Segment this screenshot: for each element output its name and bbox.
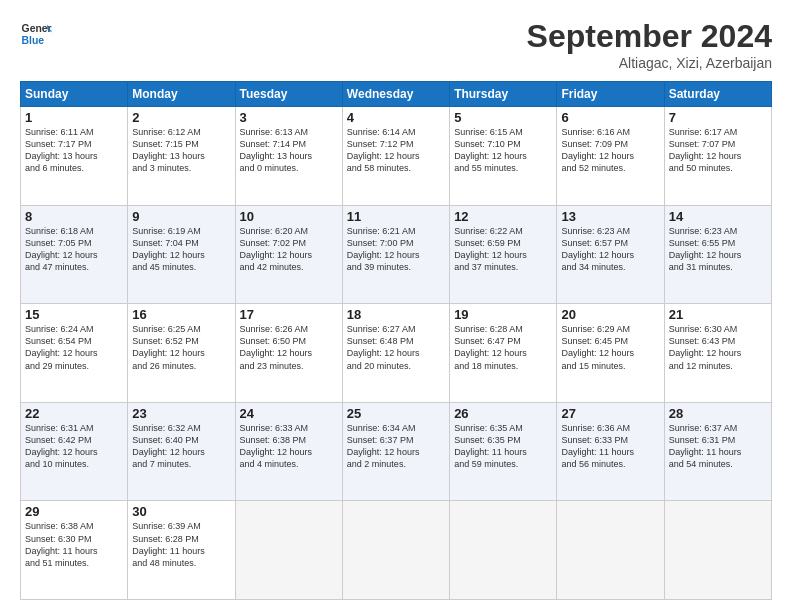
- day-number: 4: [347, 110, 445, 125]
- day-info: Sunrise: 6:24 AM Sunset: 6:54 PM Dayligh…: [25, 323, 123, 372]
- day-cell: 1Sunrise: 6:11 AM Sunset: 7:17 PM Daylig…: [21, 107, 128, 206]
- day-number: 16: [132, 307, 230, 322]
- day-number: 21: [669, 307, 767, 322]
- day-info: Sunrise: 6:20 AM Sunset: 7:02 PM Dayligh…: [240, 225, 338, 274]
- day-number: 30: [132, 504, 230, 519]
- day-info: Sunrise: 6:23 AM Sunset: 6:55 PM Dayligh…: [669, 225, 767, 274]
- day-number: 10: [240, 209, 338, 224]
- location-subtitle: Altiagac, Xizi, Azerbaijan: [527, 55, 772, 71]
- day-cell: 20Sunrise: 6:29 AM Sunset: 6:45 PM Dayli…: [557, 304, 664, 403]
- day-info: Sunrise: 6:37 AM Sunset: 6:31 PM Dayligh…: [669, 422, 767, 471]
- day-cell: 23Sunrise: 6:32 AM Sunset: 6:40 PM Dayli…: [128, 402, 235, 501]
- day-number: 19: [454, 307, 552, 322]
- day-cell: 28Sunrise: 6:37 AM Sunset: 6:31 PM Dayli…: [664, 402, 771, 501]
- week-row-2: 8Sunrise: 6:18 AM Sunset: 7:05 PM Daylig…: [21, 205, 772, 304]
- day-cell: 5Sunrise: 6:15 AM Sunset: 7:10 PM Daylig…: [450, 107, 557, 206]
- week-row-1: 1Sunrise: 6:11 AM Sunset: 7:17 PM Daylig…: [21, 107, 772, 206]
- day-number: 12: [454, 209, 552, 224]
- day-cell: 11Sunrise: 6:21 AM Sunset: 7:00 PM Dayli…: [342, 205, 449, 304]
- weekday-header-tuesday: Tuesday: [235, 82, 342, 107]
- day-number: 8: [25, 209, 123, 224]
- day-cell: 7Sunrise: 6:17 AM Sunset: 7:07 PM Daylig…: [664, 107, 771, 206]
- day-number: 27: [561, 406, 659, 421]
- day-cell: 6Sunrise: 6:16 AM Sunset: 7:09 PM Daylig…: [557, 107, 664, 206]
- day-info: Sunrise: 6:28 AM Sunset: 6:47 PM Dayligh…: [454, 323, 552, 372]
- day-info: Sunrise: 6:29 AM Sunset: 6:45 PM Dayligh…: [561, 323, 659, 372]
- day-info: Sunrise: 6:25 AM Sunset: 6:52 PM Dayligh…: [132, 323, 230, 372]
- day-number: 14: [669, 209, 767, 224]
- day-info: Sunrise: 6:35 AM Sunset: 6:35 PM Dayligh…: [454, 422, 552, 471]
- weekday-header-monday: Monday: [128, 82, 235, 107]
- day-cell: 13Sunrise: 6:23 AM Sunset: 6:57 PM Dayli…: [557, 205, 664, 304]
- day-info: Sunrise: 6:38 AM Sunset: 6:30 PM Dayligh…: [25, 520, 123, 569]
- svg-text:Blue: Blue: [22, 35, 45, 46]
- day-cell: 12Sunrise: 6:22 AM Sunset: 6:59 PM Dayli…: [450, 205, 557, 304]
- day-info: Sunrise: 6:36 AM Sunset: 6:33 PM Dayligh…: [561, 422, 659, 471]
- day-cell: 17Sunrise: 6:26 AM Sunset: 6:50 PM Dayli…: [235, 304, 342, 403]
- day-number: 26: [454, 406, 552, 421]
- weekday-row: SundayMondayTuesdayWednesdayThursdayFrid…: [21, 82, 772, 107]
- day-cell: 9Sunrise: 6:19 AM Sunset: 7:04 PM Daylig…: [128, 205, 235, 304]
- day-info: Sunrise: 6:12 AM Sunset: 7:15 PM Dayligh…: [132, 126, 230, 175]
- day-number: 9: [132, 209, 230, 224]
- day-number: 7: [669, 110, 767, 125]
- day-number: 17: [240, 307, 338, 322]
- day-info: Sunrise: 6:26 AM Sunset: 6:50 PM Dayligh…: [240, 323, 338, 372]
- day-info: Sunrise: 6:39 AM Sunset: 6:28 PM Dayligh…: [132, 520, 230, 569]
- day-number: 25: [347, 406, 445, 421]
- day-cell: 10Sunrise: 6:20 AM Sunset: 7:02 PM Dayli…: [235, 205, 342, 304]
- day-info: Sunrise: 6:19 AM Sunset: 7:04 PM Dayligh…: [132, 225, 230, 274]
- day-cell: 15Sunrise: 6:24 AM Sunset: 6:54 PM Dayli…: [21, 304, 128, 403]
- day-cell: 26Sunrise: 6:35 AM Sunset: 6:35 PM Dayli…: [450, 402, 557, 501]
- day-cell: 24Sunrise: 6:33 AM Sunset: 6:38 PM Dayli…: [235, 402, 342, 501]
- logo-icon: General Blue: [20, 18, 52, 50]
- day-cell: 2Sunrise: 6:12 AM Sunset: 7:15 PM Daylig…: [128, 107, 235, 206]
- day-cell: 29Sunrise: 6:38 AM Sunset: 6:30 PM Dayli…: [21, 501, 128, 600]
- weekday-header-sunday: Sunday: [21, 82, 128, 107]
- day-number: 2: [132, 110, 230, 125]
- weekday-header-saturday: Saturday: [664, 82, 771, 107]
- week-row-5: 29Sunrise: 6:38 AM Sunset: 6:30 PM Dayli…: [21, 501, 772, 600]
- day-info: Sunrise: 6:34 AM Sunset: 6:37 PM Dayligh…: [347, 422, 445, 471]
- day-number: 1: [25, 110, 123, 125]
- day-cell: [664, 501, 771, 600]
- day-cell: 22Sunrise: 6:31 AM Sunset: 6:42 PM Dayli…: [21, 402, 128, 501]
- day-info: Sunrise: 6:13 AM Sunset: 7:14 PM Dayligh…: [240, 126, 338, 175]
- day-info: Sunrise: 6:11 AM Sunset: 7:17 PM Dayligh…: [25, 126, 123, 175]
- day-info: Sunrise: 6:21 AM Sunset: 7:00 PM Dayligh…: [347, 225, 445, 274]
- weekday-header-thursday: Thursday: [450, 82, 557, 107]
- day-info: Sunrise: 6:22 AM Sunset: 6:59 PM Dayligh…: [454, 225, 552, 274]
- day-number: 29: [25, 504, 123, 519]
- day-cell: 8Sunrise: 6:18 AM Sunset: 7:05 PM Daylig…: [21, 205, 128, 304]
- day-info: Sunrise: 6:15 AM Sunset: 7:10 PM Dayligh…: [454, 126, 552, 175]
- day-number: 20: [561, 307, 659, 322]
- day-number: 5: [454, 110, 552, 125]
- day-number: 3: [240, 110, 338, 125]
- day-cell: 14Sunrise: 6:23 AM Sunset: 6:55 PM Dayli…: [664, 205, 771, 304]
- day-info: Sunrise: 6:27 AM Sunset: 6:48 PM Dayligh…: [347, 323, 445, 372]
- day-cell: [450, 501, 557, 600]
- weekday-header-wednesday: Wednesday: [342, 82, 449, 107]
- title-block: September 2024 Altiagac, Xizi, Azerbaija…: [527, 18, 772, 71]
- header: General Blue September 2024 Altiagac, Xi…: [20, 18, 772, 71]
- day-number: 11: [347, 209, 445, 224]
- day-info: Sunrise: 6:14 AM Sunset: 7:12 PM Dayligh…: [347, 126, 445, 175]
- day-number: 23: [132, 406, 230, 421]
- day-cell: 27Sunrise: 6:36 AM Sunset: 6:33 PM Dayli…: [557, 402, 664, 501]
- logo: General Blue: [20, 18, 52, 50]
- calendar-body: 1Sunrise: 6:11 AM Sunset: 7:17 PM Daylig…: [21, 107, 772, 600]
- day-number: 6: [561, 110, 659, 125]
- day-info: Sunrise: 6:31 AM Sunset: 6:42 PM Dayligh…: [25, 422, 123, 471]
- page: General Blue September 2024 Altiagac, Xi…: [0, 0, 792, 612]
- day-number: 18: [347, 307, 445, 322]
- weekday-header-friday: Friday: [557, 82, 664, 107]
- day-info: Sunrise: 6:23 AM Sunset: 6:57 PM Dayligh…: [561, 225, 659, 274]
- day-info: Sunrise: 6:16 AM Sunset: 7:09 PM Dayligh…: [561, 126, 659, 175]
- day-number: 24: [240, 406, 338, 421]
- calendar-table: SundayMondayTuesdayWednesdayThursdayFrid…: [20, 81, 772, 600]
- week-row-4: 22Sunrise: 6:31 AM Sunset: 6:42 PM Dayli…: [21, 402, 772, 501]
- day-info: Sunrise: 6:32 AM Sunset: 6:40 PM Dayligh…: [132, 422, 230, 471]
- day-cell: 4Sunrise: 6:14 AM Sunset: 7:12 PM Daylig…: [342, 107, 449, 206]
- day-cell: 3Sunrise: 6:13 AM Sunset: 7:14 PM Daylig…: [235, 107, 342, 206]
- week-row-3: 15Sunrise: 6:24 AM Sunset: 6:54 PM Dayli…: [21, 304, 772, 403]
